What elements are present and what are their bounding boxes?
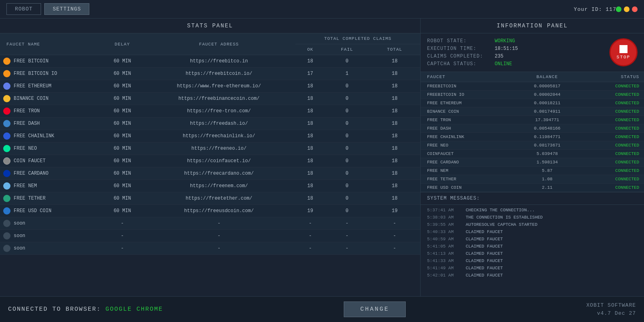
cell-address: - — [142, 230, 295, 242]
col-faucet-name: FAUCET NAME — [0, 33, 102, 55]
msg-time: 5:41:05 AM — [427, 244, 459, 249]
info-captcha: CAPTCHA STATUS: ONLINE — [427, 61, 601, 67]
cell-total: 18 — [369, 68, 420, 80]
msg-text: AUTORESOLVE CAPTCHA STARTED — [466, 222, 537, 227]
cell-ok: 18 — [295, 93, 325, 105]
cell-address: https://freetether.com/ — [142, 192, 295, 205]
table-row: FREE CARDANO — [0, 167, 102, 180]
cell-delay: 60 MIN — [102, 118, 142, 130]
faucet-row-status: CONNECTED — [580, 91, 644, 99]
robot-state-value: WORKING — [495, 38, 515, 44]
ethereum-icon — [3, 83, 10, 90]
faucet-name-text: soon — [14, 233, 25, 239]
cell-address: https://free-tron.com/ — [142, 105, 295, 118]
info-robot-state: ROBOT STATE: WORKING — [427, 38, 601, 44]
cell-delay: - — [102, 230, 142, 242]
cell-ok: 18 — [295, 118, 325, 130]
bitcoin-icon — [3, 58, 10, 65]
faucet-row-name: FREE CARDANO — [421, 158, 514, 167]
cell-fail: 0 — [325, 167, 369, 180]
col-claims: TOTAL COMPLETED CLAIMS — [295, 33, 420, 44]
soon-icon — [3, 245, 10, 252]
tab-settings[interactable]: SETTINGS — [44, 3, 89, 15]
balance-col-header: BALANCE — [514, 72, 580, 82]
faucet-row-status: CONNECTED — [580, 99, 644, 107]
faucet-name-text: soon — [14, 246, 25, 251]
msg-text: CHECKING THE CONNECTION... — [466, 208, 535, 213]
tl-yellow-icon — [624, 6, 630, 12]
table-row: FREE BITCOIN IO — [0, 68, 102, 80]
top-bar: ROBOT SETTINGS Your ID: 1175 — [0, 0, 644, 19]
msg-time: 5:41:49 AM — [427, 266, 459, 270]
faucet-row-name: COINFAUCET — [421, 150, 514, 158]
cell-address: https://freechainlink.io/ — [142, 130, 295, 142]
msg-time: 5:40:59 AM — [427, 237, 459, 242]
stats-table-container[interactable]: FAUCET NAME DELAY FAUCET ADRESS TOTAL CO… — [0, 33, 420, 296]
faucet-row-name: FREE USD COIN — [421, 184, 514, 192]
cell-delay: 60 MIN — [102, 93, 142, 105]
faucet-row-balance: 0.00174911 — [514, 107, 580, 116]
cell-total: 18 — [369, 192, 420, 205]
list-item: 5:40:59 AMCLAIMED FAUCET — [421, 235, 644, 243]
faucet-row-name: FREE DASH — [421, 124, 514, 133]
info-claims: CLAIMS COMPLETED: 235 — [427, 54, 601, 59]
faucet-row-status: CONNECTED — [580, 158, 644, 167]
browser-name: GOOGLE CHROME — [105, 306, 163, 313]
table-row: FREE TRON — [0, 105, 102, 118]
cell-delay: 60 MIN — [102, 105, 142, 118]
table-row: COIN FAUCET — [0, 155, 102, 167]
faucet-name-text: FREE NEO — [14, 146, 37, 151]
user-id: Your ID: 1175 — [574, 6, 620, 12]
cell-address: https://freeneo.io/ — [142, 142, 295, 155]
xobit-info: XOBIT SOFTWARE v4.7 Dec 27 — [586, 301, 636, 317]
table-row: FREE DASH — [0, 118, 102, 130]
tron-icon — [3, 107, 10, 115]
cardano-icon — [3, 170, 10, 177]
tab-robot[interactable]: ROBOT — [6, 3, 41, 15]
binance-icon — [3, 95, 10, 102]
msg-text: CLAIMED FAUCET — [466, 237, 503, 242]
cell-total: 18 — [369, 155, 420, 167]
system-messages[interactable]: 5:37:41 AMCHECKING THE CONNECTION...5:38… — [421, 205, 644, 296]
table-row: FREE TETHER — [0, 192, 102, 205]
faucet-row-balance: 0.11984771 — [514, 133, 580, 141]
chainlink-icon — [3, 132, 10, 140]
robot-state-label: ROBOT STATE: — [427, 38, 491, 44]
faucet-col-header: FAUCET — [421, 72, 514, 82]
faucet-name-text: FREE CHAINLINK — [14, 133, 54, 139]
faucet-row-status: CONNECTED — [580, 124, 644, 133]
msg-text: THE CONNECTION IS ESTABLISHED — [466, 215, 543, 220]
list-item: 5:41:05 AMCLAIMED FAUCET — [421, 243, 644, 250]
faucet-name-text: FREE CARDANO — [14, 171, 48, 176]
cell-address: - — [142, 217, 295, 230]
main-content: STATS PANEL FAUCET NAME DELAY FAUCET ADR… — [0, 19, 644, 296]
list-item: 5:40:33 AMCLAIMED FAUCET — [421, 228, 644, 235]
faucet-row-name: FREE CHAINLINK — [421, 133, 514, 141]
cell-address: https://freedash.io/ — [142, 118, 295, 130]
soon-icon — [3, 232, 10, 239]
cell-fail: 0 — [325, 205, 369, 217]
info-labels: ROBOT STATE: WORKING EXECUTION TIME: 18:… — [427, 38, 601, 67]
cell-address: https://freecardano.com/ — [142, 167, 295, 180]
execution-time-label: EXECUTION TIME: — [427, 46, 491, 52]
cell-ok: 18 — [295, 155, 325, 167]
list-item: 5:39:55 AMAUTORESOLVE CAPTCHA STARTED — [421, 221, 644, 228]
cell-delay: 60 MIN — [102, 80, 142, 93]
cell-total: 18 — [369, 118, 420, 130]
bottom-bar: CONNECTED TO BROWSER: GOOGLE CHROME CHAN… — [0, 296, 644, 322]
change-button[interactable]: CHANGE — [344, 301, 406, 317]
cell-delay: 60 MIN — [102, 155, 142, 167]
faucet-name-text: FREE TRON — [14, 108, 40, 114]
stop-button[interactable]: STOP — [609, 38, 638, 66]
connected-label: CONNECTED TO BROWSER: — [8, 306, 101, 313]
col-ok: OK — [295, 44, 325, 55]
cell-ok: 18 — [295, 142, 325, 155]
faucet-row-balance: 5.039478 — [514, 150, 580, 158]
info-panel-title: INFORMATION PANEL — [421, 19, 644, 33]
nem-icon — [3, 182, 10, 190]
table-row: soon — [0, 230, 102, 242]
faucet-row-balance: 1.598134 — [514, 158, 580, 167]
cell-ok: 18 — [295, 167, 325, 180]
faucet-name-text: soon — [14, 221, 25, 226]
faucet-row-balance: 17.394771 — [514, 116, 580, 124]
